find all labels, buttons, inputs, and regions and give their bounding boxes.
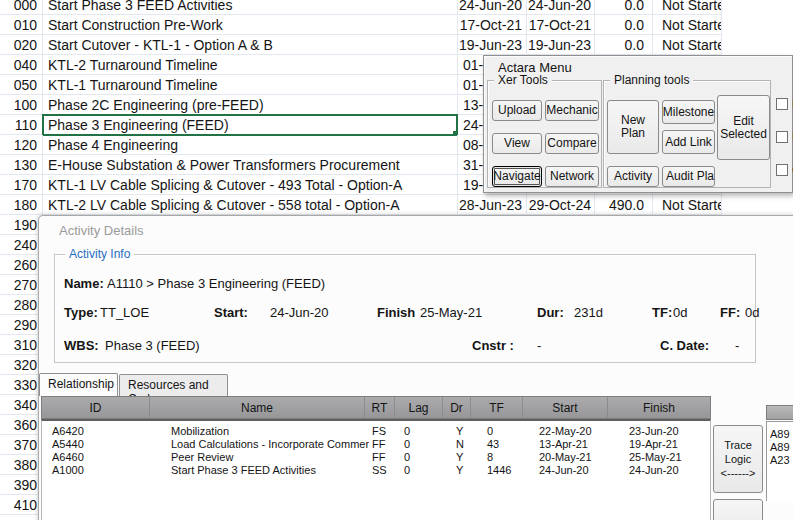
cell-status[interactable]: Not Starte [653, 0, 722, 15]
cell-activity-id[interactable]: 260 [0, 255, 43, 275]
side-list-item[interactable]: A89 [770, 428, 793, 441]
checkbox-l[interactable]: L [776, 97, 793, 111]
cell-total-float[interactable]: 490.0 [595, 195, 653, 215]
cell-activity-name[interactable]: Start Cutover - KTL-1 - Option A & B [43, 35, 458, 55]
cell-activity-id[interactable]: 270 [0, 275, 43, 295]
cell-total-float[interactable]: 0.0 [595, 15, 653, 35]
network-button[interactable]: Network [545, 166, 599, 187]
checkbox-c[interactable]: C [776, 163, 793, 177]
cell-activity-name[interactable]: Phase 3 Engineering (FEED) [43, 115, 458, 135]
cell-activity-id[interactable]: 320 [0, 355, 43, 375]
cell-activity-id[interactable]: 190 [0, 215, 43, 235]
milestone-button[interactable]: Milestone [662, 100, 715, 124]
navigate-button[interactable]: Navigate [492, 166, 542, 187]
side-list-item[interactable]: A23 [770, 454, 793, 467]
relationship-row[interactable]: A5440Load Calculations - Incorporate Com… [42, 438, 710, 451]
trace-logic-button[interactable]: Trace Logic <------> [713, 425, 763, 493]
cell-activity-id[interactable]: 180 [0, 195, 43, 215]
cell-activity-id[interactable]: 280 [0, 295, 43, 315]
cell-activity-name[interactable]: E-House Substation & Power Transformers … [43, 155, 458, 175]
cell-activity-id[interactable]: 130 [0, 155, 43, 175]
cell-activity-id[interactable]: 360 [0, 415, 43, 435]
cell-activity-name[interactable]: KTL-1 Turnaround Timeline [43, 75, 458, 95]
cell-activity-id[interactable]: 020 [0, 35, 43, 55]
cell-status[interactable]: Not Starte [653, 195, 722, 215]
start-value: 24-Jun-20 [270, 305, 329, 320]
cell-finish-date[interactable]: 24-Jun-20 [527, 0, 595, 15]
compare-button[interactable]: Compare [545, 133, 599, 154]
cell-activity-id[interactable]: 010 [0, 15, 43, 35]
edit-selected-button[interactable]: Edit Selected [717, 95, 770, 160]
type-value: TT_LOE [100, 305, 149, 320]
relationship-table-body: A6420MobilizationFS0Y022-May-2023-Jun-20… [41, 419, 711, 520]
cell-activity-id[interactable]: 040 [0, 55, 43, 75]
add-link-button[interactable]: Add Link [662, 130, 715, 154]
cell-activity-id[interactable]: 340 [0, 395, 43, 415]
checkbox-icon[interactable] [776, 164, 788, 176]
cell-activity-id[interactable]: 110 [0, 115, 43, 135]
cell-activity-id[interactable]: 170 [0, 175, 43, 195]
planning-tools-label: Planning tools [610, 73, 693, 87]
tab-relationship[interactable]: Relationship [39, 373, 118, 396]
finish-value: 25-May-21 [420, 305, 482, 320]
lower-right-button[interactable] [713, 499, 763, 520]
ff-label: FF: [720, 305, 740, 320]
audit-plan-button[interactable]: Audit Plan [662, 166, 715, 187]
cell-finish-date[interactable]: 29-Oct-24 [527, 195, 595, 215]
cell-activity-id[interactable]: 100 [0, 95, 43, 115]
cdate-label: C. Date: [660, 338, 709, 353]
side-list-item[interactable]: A89 [770, 441, 793, 454]
relationship-cell: 22-May-20 [539, 425, 592, 438]
checkbox-icon[interactable] [776, 98, 788, 110]
relationship-cell: Y [456, 464, 463, 477]
tab-resources-and-codes[interactable]: Resources and Codes [119, 374, 228, 396]
cell-status[interactable]: Not Starte [653, 35, 722, 55]
sheet-row: 020Start Cutover - KTL-1 - Option A & B1… [0, 35, 793, 55]
relationship-row[interactable]: A6460Peer ReviewFF0Y820-May-2125-May-21 [42, 451, 710, 464]
cell-activity-id[interactable]: 000 [0, 0, 43, 15]
cell-status[interactable]: Not Starte [653, 15, 722, 35]
upload-button[interactable]: Upload [492, 100, 542, 121]
cell-activity-name[interactable]: Start Phase 3 FEED Activities [43, 0, 458, 15]
cell-activity-name[interactable]: KTL-2 Turnaround Timeline [43, 55, 458, 75]
cell-start-date[interactable]: 28-Jun-23 [458, 195, 527, 215]
new-plan-button[interactable]: New Plan [607, 100, 659, 154]
checkbox-icon[interactable] [776, 131, 788, 143]
cell-activity-name[interactable]: Phase 2C Engineering (pre-FEED) [43, 95, 458, 115]
cell-activity-name[interactable]: Start Construction Pre-Work [43, 15, 458, 35]
cell-activity-id[interactable]: 410 [0, 495, 43, 515]
cell-activity-name[interactable]: KTL-2 LV Cable Splicing & Cutover - 558 … [43, 195, 458, 215]
sheet-row: 180KTL-2 LV Cable Splicing & Cutover - 5… [0, 195, 793, 215]
cell-activity-id[interactable]: 380 [0, 455, 43, 475]
cell-start-date[interactable]: 19-Jun-23 [458, 35, 527, 55]
activity-button[interactable]: Activity [607, 166, 659, 187]
view-button[interactable]: View [492, 133, 542, 154]
cell-activity-id[interactable]: 370 [0, 435, 43, 455]
cell-finish-date[interactable]: 17-Oct-21 [527, 15, 595, 35]
relationship-row[interactable]: A1000Start Phase 3 FEED ActivitiesSS0Y14… [42, 464, 710, 477]
relationship-cell: 43 [487, 438, 499, 451]
relationship-cell: Load Calculations - Incorporate Commer [171, 438, 369, 451]
cell-total-float[interactable]: 0.0 [595, 0, 653, 15]
relationship-cell: Mobilization [171, 425, 369, 438]
cell-activity-id[interactable]: 310 [0, 335, 43, 355]
cell-activity-name[interactable]: Phase 4 Engineering [43, 135, 458, 155]
cell-finish-date[interactable]: 19-Jun-23 [527, 35, 595, 55]
cell-activity-id[interactable]: 290 [0, 315, 43, 335]
cell-activity-id[interactable]: 390 [0, 475, 43, 495]
cell-activity-name[interactable]: KTL-1 LV Cable Splicing & Cutover - 493 … [43, 175, 458, 195]
cell-activity-id[interactable]: 240 [0, 235, 43, 255]
col-header-lag: Lag [395, 397, 443, 418]
cell-activity-id[interactable]: 120 [0, 135, 43, 155]
checkbox-f[interactable]: F [776, 130, 793, 144]
side-list-header [766, 405, 793, 420]
cell-activity-id[interactable]: 330 [0, 375, 43, 395]
mechanic-button[interactable]: Mechanic [545, 100, 599, 121]
cell-total-float[interactable]: 0.0 [595, 35, 653, 55]
relationship-row[interactable]: A6420MobilizationFS0Y022-May-2023-Jun-20 [42, 425, 710, 438]
cell-start-date[interactable]: 24-Jun-20 [458, 0, 527, 15]
dur-label: Dur: [537, 305, 564, 320]
cell-activity-id[interactable]: 050 [0, 75, 43, 95]
planning-tools-group: Planning tools New Plan Milestone Add Li… [603, 80, 771, 188]
cell-start-date[interactable]: 17-Oct-21 [458, 15, 527, 35]
